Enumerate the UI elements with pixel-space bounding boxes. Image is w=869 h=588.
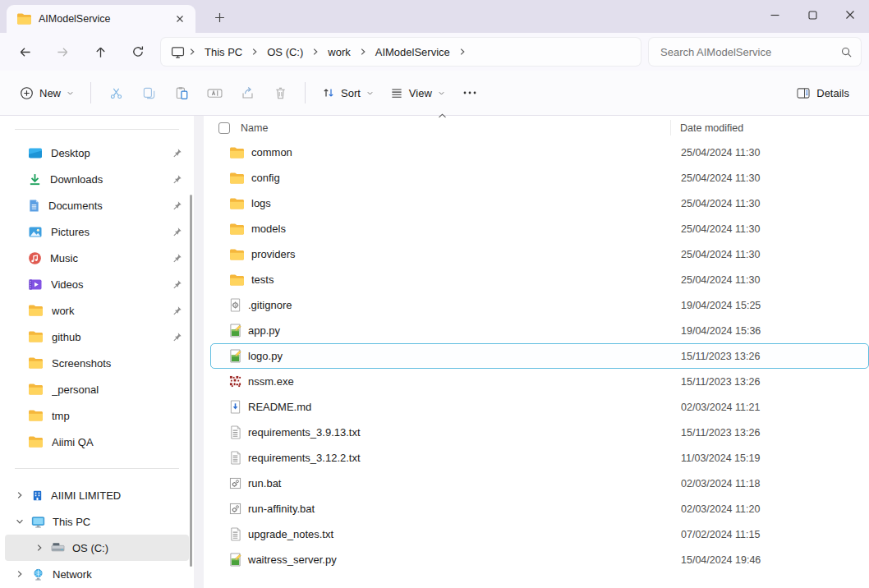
chevron-down-icon xyxy=(67,90,74,97)
file-explorer-window: AIModelService This PCOS (C:)workAIModel… xyxy=(0,0,869,588)
file-row-common[interactable]: common25/04/2024 11:30 xyxy=(210,140,869,165)
sidebar-item-music[interactable]: Music xyxy=(5,245,189,271)
folder-icon xyxy=(28,330,44,343)
folder-icon xyxy=(229,248,245,261)
file-row-config[interactable]: config25/04/2024 11:30 xyxy=(210,165,869,191)
sidebar-item-github[interactable]: github xyxy=(5,324,189,350)
file-row-readme-md[interactable]: README.md02/03/2024 11:21 xyxy=(210,394,869,420)
file-name: models xyxy=(251,223,286,235)
folder-icon xyxy=(229,146,245,159)
breadcrumb-item-this-pc[interactable]: This PC xyxy=(200,43,247,62)
file-row-run-affinity-bat[interactable]: run-affinity.bat02/03/2024 11:20 xyxy=(210,496,869,521)
file-row-tests[interactable]: tests25/04/2024 11:30 xyxy=(210,267,869,292)
sidebar-item-label: Videos xyxy=(51,278,172,291)
file-row-logs[interactable]: logs25/04/2024 11:30 xyxy=(210,191,869,216)
file-row-run-bat[interactable]: run.bat02/03/2024 11:18 xyxy=(210,471,869,496)
copy-button[interactable] xyxy=(132,78,165,108)
search-icon[interactable] xyxy=(840,46,853,58)
forward-button[interactable] xyxy=(48,39,77,65)
folder-icon xyxy=(28,383,44,396)
sidebar-tree-item-network[interactable]: Network xyxy=(5,561,189,587)
sidebar-item-pictures[interactable]: Pictures xyxy=(5,218,189,245)
view-button[interactable]: View xyxy=(382,80,453,106)
new-button[interactable]: New xyxy=(11,80,82,107)
chevron-right-icon xyxy=(251,48,259,56)
file-row-logo-py[interactable]: logo.py15/11/2023 13:26 xyxy=(210,343,869,369)
file-row-models[interactable]: models25/04/2024 11:30 xyxy=(210,216,869,241)
sidebar-tree-item-os-c[interactable]: OS (C:) xyxy=(5,535,189,561)
sidebar-item-label: Pictures xyxy=(51,226,172,238)
tab-close-icon[interactable] xyxy=(171,10,189,28)
sidebar-item-aiimi-qa[interactable]: Aiimi QA xyxy=(5,429,189,455)
file-name: logo.py xyxy=(248,350,283,362)
search-box[interactable] xyxy=(649,38,861,66)
sidebar-item-screenshots[interactable]: Screenshots xyxy=(5,350,189,376)
more-options-button[interactable] xyxy=(453,78,486,108)
sort-button[interactable]: Sort xyxy=(314,80,382,106)
text-icon xyxy=(229,527,241,541)
file-row-requirements-3-9-13-txt[interactable]: requirements_3.9.13.txt15/11/2023 13:26 xyxy=(210,420,869,445)
search-input[interactable] xyxy=(660,46,840,58)
sidebar-item-desktop[interactable]: Desktop xyxy=(5,140,189,166)
sidebar-item-tmp[interactable]: tmp xyxy=(5,402,189,429)
pane-splitter[interactable] xyxy=(194,116,204,588)
file-date-modified: 15/11/2023 13:26 xyxy=(681,351,760,362)
plus-circle-icon xyxy=(20,86,34,100)
file-row-nssm-exe[interactable]: nssm.exe15/11/2023 13:26 xyxy=(210,369,869,394)
building-icon xyxy=(31,489,44,502)
select-all-checkbox[interactable] xyxy=(218,122,230,134)
new-label: New xyxy=(39,87,61,99)
file-name: common xyxy=(251,146,292,158)
file-date-modified: 15/11/2023 13:26 xyxy=(681,376,760,388)
expander-chevron-down-icon[interactable] xyxy=(15,517,25,526)
file-row-gitignore[interactable]: .gitignore19/04/2024 15:25 xyxy=(210,292,869,318)
file-row-waitress-server-py[interactable]: waitress_server.py15/04/2024 19:46 xyxy=(210,547,869,572)
sidebar-tree-item-this-pc[interactable]: This PC xyxy=(5,508,189,535)
file-date-modified: 25/04/2024 11:30 xyxy=(681,249,760,260)
paste-button[interactable] xyxy=(165,78,198,108)
maximize-button[interactable] xyxy=(793,0,831,30)
breadcrumb-item-work[interactable]: work xyxy=(323,43,355,62)
share-button[interactable] xyxy=(231,78,264,108)
downloads-icon xyxy=(28,172,42,186)
column-separator[interactable] xyxy=(670,120,671,136)
rename-button[interactable] xyxy=(198,78,231,108)
pin-icon xyxy=(172,148,182,158)
explorer-tab[interactable]: AIModelService xyxy=(7,5,195,33)
pin-icon xyxy=(172,279,182,290)
sidebar-item-videos[interactable]: Videos xyxy=(5,271,189,297)
expander-chevron-right-icon[interactable] xyxy=(34,544,44,552)
folder-icon xyxy=(229,172,245,185)
sidebar-item-documents[interactable]: Documents xyxy=(5,192,189,218)
sidebar-item-work[interactable]: work xyxy=(5,297,189,324)
file-row-requirements-3-12-2-txt[interactable]: requirements_3.12.2.txt11/03/2024 15:19 xyxy=(210,445,869,471)
details-button[interactable]: Details xyxy=(788,80,858,106)
breadcrumb-item-os-c[interactable]: OS (C:) xyxy=(262,43,308,62)
column-header-name[interactable]: Name xyxy=(241,122,268,134)
file-date-modified: 25/04/2024 11:30 xyxy=(681,223,760,235)
breadcrumb[interactable]: This PCOS (C:)workAIModelService xyxy=(161,38,641,66)
pin-icon xyxy=(172,227,182,237)
file-date-modified: 19/04/2024 15:25 xyxy=(681,300,761,311)
sidebar-scrollbar[interactable] xyxy=(190,195,192,567)
close-button[interactable] xyxy=(831,0,869,30)
cut-button[interactable] xyxy=(99,78,132,108)
pin-icon xyxy=(172,332,182,342)
delete-button[interactable] xyxy=(264,78,297,108)
up-button[interactable] xyxy=(85,39,115,65)
sidebar-item-downloads[interactable]: Downloads xyxy=(5,166,189,192)
column-header-date-modified[interactable]: Date modified xyxy=(680,122,743,134)
sidebar-item-personal[interactable]: _personal xyxy=(5,376,189,402)
new-tab-button[interactable] xyxy=(209,8,230,26)
documents-icon xyxy=(28,199,40,213)
file-row-app-py[interactable]: app.py19/04/2024 15:36 xyxy=(210,318,869,343)
file-row-upgrade-notes-txt[interactable]: upgrade_notes.txt07/02/2024 11:15 xyxy=(210,521,869,547)
breadcrumb-item-aimodelservice[interactable]: AIModelService xyxy=(370,43,455,62)
file-row-providers[interactable]: providers25/04/2024 11:30 xyxy=(210,241,869,267)
minimize-button[interactable] xyxy=(756,0,793,30)
expander-chevron-right-icon[interactable] xyxy=(15,570,25,578)
expander-chevron-right-icon[interactable] xyxy=(15,491,25,499)
refresh-button[interactable] xyxy=(123,39,153,65)
sidebar-tree-item-aiimi-limited[interactable]: AIIMI LIMITED xyxy=(5,482,189,508)
back-button[interactable] xyxy=(10,39,39,65)
